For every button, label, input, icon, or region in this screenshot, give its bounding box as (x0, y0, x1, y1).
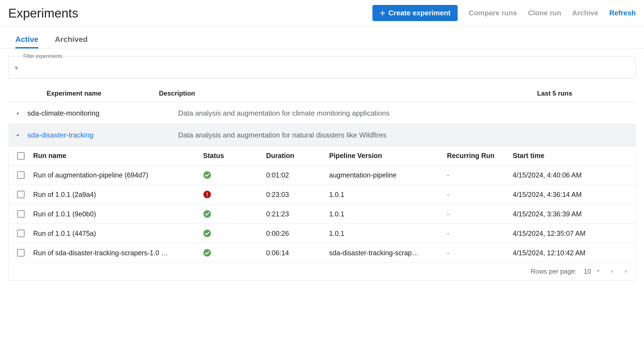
col-header-run-name: Run name (33, 152, 203, 160)
next-page-button[interactable] (622, 268, 629, 275)
run-name[interactable]: Run of 1.0.1 (4475a) (33, 230, 203, 237)
run-row[interactable]: Run of 1.0.1 (9e0b0)0:21:231.0.1-4/15/20… (8, 204, 636, 224)
filter-icon (14, 65, 19, 72)
run-duration: 0:23:03 (266, 191, 329, 199)
run-duration: 0:06:14 (266, 249, 329, 257)
caret-down-icon[interactable] (15, 133, 21, 138)
run-start: 4/15/2024, 4:40:06 AM (513, 171, 636, 179)
success-icon (203, 229, 266, 237)
run-name[interactable]: Run of 1.0.1 (9e0b0) (33, 210, 203, 218)
run-start: 4/15/2024, 12:10:42 AM (513, 249, 636, 257)
run-recurring: - (447, 171, 513, 179)
experiment-row[interactable]: sda-climate-monitoring Data analysis and… (8, 102, 636, 124)
success-icon (203, 210, 266, 218)
run-checkbox[interactable] (17, 171, 25, 179)
compare-runs-button[interactable]: Compare runs (469, 9, 517, 17)
runs-header-row: Run name Status Duration Pipeline Versio… (8, 146, 636, 165)
col-header-start: Start time (513, 152, 636, 160)
svg-rect-5 (207, 196, 208, 197)
header-actions: Create experiment Compare runs Clone run… (372, 5, 636, 21)
create-experiment-label: Create experiment (388, 9, 451, 17)
col-header-last5: Last 5 runs (537, 90, 636, 97)
success-icon (203, 171, 266, 179)
run-status (203, 249, 266, 257)
run-checkbox[interactable] (17, 230, 25, 237)
run-recurring: - (447, 191, 513, 199)
experiment-desc: Data analysis and augmentation for clima… (178, 109, 537, 118)
success-icon (203, 249, 266, 257)
run-row[interactable]: Run of sda-disaster-tracking-scrapers-1.… (8, 243, 636, 263)
col-header-desc: Description (159, 90, 537, 97)
refresh-button[interactable]: Refresh (609, 9, 636, 17)
run-row[interactable]: Run of 1.0.1 (4475a)0:00:261.0.1-4/15/20… (8, 224, 636, 243)
run-start: 4/15/2024, 12:35:07 AM (513, 230, 636, 237)
run-pipeline[interactable]: 1.0.1 (329, 210, 447, 218)
filter-experiments: Filter experiments (8, 53, 636, 79)
rows-per-page-label: Rows per page: (531, 268, 577, 275)
experiment-name[interactable]: sda-disaster-tracking (27, 131, 93, 139)
col-header-exp-name: Experiment name (8, 90, 159, 97)
experiment-desc: Data analysis and augmentation for natur… (178, 131, 537, 139)
chevron-down-icon (595, 268, 601, 275)
pagination: Rows per page: 10 (8, 263, 636, 280)
col-header-duration: Duration (266, 152, 329, 160)
experiment-row[interactable]: sda-disaster-tracking Data analysis and … (8, 124, 636, 146)
filter-legend: Filter experiments (21, 53, 65, 59)
tab-active[interactable]: Active (15, 35, 38, 48)
run-name[interactable]: Run of augmentation-pipeline (694d7) (33, 171, 203, 179)
svg-rect-4 (207, 193, 208, 195)
run-pipeline[interactable]: 1.0.1 (329, 230, 447, 237)
archive-button[interactable]: Archive (572, 9, 598, 17)
run-pipeline[interactable]: sda-disaster-tracking-scrap… (329, 249, 447, 257)
run-checkbox[interactable] (17, 210, 25, 218)
filter-input[interactable] (22, 65, 630, 72)
run-status (203, 210, 266, 218)
run-start: 4/15/2024, 4:36:14 AM (513, 191, 636, 199)
run-status (203, 190, 266, 199)
run-recurring: - (447, 230, 513, 237)
run-pipeline[interactable]: 1.0.1 (329, 191, 447, 199)
run-start: 4/15/2024, 3:36:39 AM (513, 210, 636, 218)
error-icon (203, 190, 266, 199)
run-checkbox[interactable] (17, 191, 25, 198)
prev-page-button[interactable] (608, 268, 615, 275)
run-recurring: - (447, 210, 513, 218)
plus-icon (380, 10, 386, 16)
tabs: Active Archived (0, 27, 644, 48)
run-row[interactable]: Run of augmentation-pipeline (694d7)0:01… (8, 165, 636, 185)
run-duration: 0:21:23 (266, 210, 329, 218)
col-header-pipeline: Pipeline Version (329, 152, 447, 160)
run-status (203, 171, 266, 179)
tab-archived[interactable]: Archived (55, 35, 88, 48)
run-status (203, 229, 266, 237)
experiments-table: Experiment name Description Last 5 runs … (8, 85, 636, 146)
select-all-checkbox[interactable] (17, 152, 25, 160)
run-name[interactable]: Run of sda-disaster-tracking-scrapers-1.… (33, 249, 203, 257)
run-recurring: - (447, 249, 513, 257)
run-row[interactable]: Run of 1.0.1 (2a9a4)0:23:031.0.1-4/15/20… (8, 185, 636, 204)
rows-per-page-value: 10 (584, 268, 591, 275)
page-title: Experiments (8, 6, 78, 21)
clone-run-button[interactable]: Clone run (528, 9, 561, 17)
caret-right-icon[interactable] (15, 111, 21, 116)
experiment-name[interactable]: sda-climate-monitoring (27, 109, 99, 117)
runs-table: Run name Status Duration Pipeline Versio… (8, 146, 636, 280)
create-experiment-button[interactable]: Create experiment (372, 5, 458, 21)
col-header-recurring: Recurring Run (447, 152, 513, 160)
run-checkbox[interactable] (17, 249, 25, 257)
run-name[interactable]: Run of 1.0.1 (2a9a4) (33, 191, 203, 199)
run-pipeline[interactable]: augmentation-pipeline (329, 171, 447, 179)
rows-per-page-select[interactable]: 10 (584, 268, 601, 275)
experiments-header-row: Experiment name Description Last 5 runs (8, 85, 636, 102)
run-duration: 0:00:26 (266, 230, 329, 237)
page-header: Experiments Create experiment Compare ru… (0, 0, 644, 27)
run-duration: 0:01:02 (266, 171, 329, 179)
col-header-status: Status (203, 152, 266, 160)
